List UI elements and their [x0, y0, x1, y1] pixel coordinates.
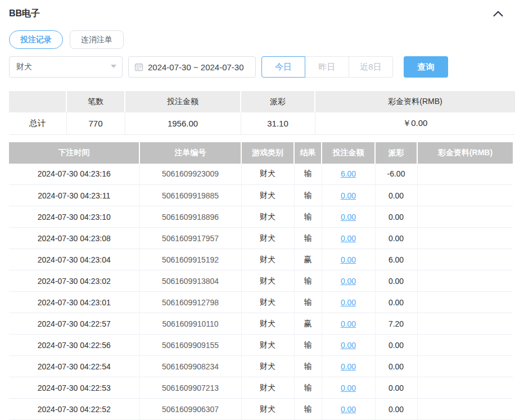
bet-amount-link[interactable]: 0.00 — [341, 405, 356, 414]
filter-bar: 财犬 2024-07-30 ~ 2024-07-30 今日 昨日 近8日 查询 — [0, 49, 515, 78]
summary-col-empty — [9, 91, 66, 112]
bonus-value — [417, 249, 513, 270]
total-payout: 31.10 — [241, 112, 315, 134]
summary-col-payout: 派彩 — [241, 91, 315, 112]
payout-value: 0.00 — [375, 356, 417, 377]
bet-amount-link[interactable]: 6.00 — [341, 169, 356, 178]
order-number: 5061609907213 — [139, 377, 241, 399]
table-row: 2024-07-30 04:23:025061609913804财犬输0.000… — [9, 270, 513, 292]
total-label: 总计 — [9, 112, 66, 134]
bet-amount-link[interactable]: 0.00 — [341, 191, 356, 200]
payout-value: 0.00 — [375, 270, 417, 292]
bonus-value — [417, 206, 513, 228]
date-range-picker[interactable]: 2024-07-30 ~ 2024-07-30 — [128, 56, 256, 78]
order-number: 5061609915192 — [139, 249, 241, 270]
game-type: 财犬 — [241, 399, 294, 420]
bonus-value — [417, 270, 513, 292]
bet-amount-link[interactable]: 0.00 — [341, 383, 356, 392]
summary-col-count: 笔数 — [66, 91, 125, 112]
order-number: 5061609910110 — [139, 313, 241, 335]
summary-header-row: 笔数 投注金额 派彩 彩金资料(RMB) — [9, 91, 515, 112]
col-bonus: 彩金资料(RMB) — [417, 142, 513, 164]
bet-amount-link[interactable]: 0.00 — [341, 277, 356, 286]
tab-bar: 投注记录 连消注单 — [0, 20, 515, 49]
payout-value: 0.00 — [375, 399, 417, 420]
table-row: 2024-07-30 04:23:105061609918896财犬输0.000… — [9, 206, 513, 228]
bonus-value — [417, 356, 513, 377]
game-type: 财犬 — [241, 313, 294, 335]
payout-value: 0.00 — [375, 228, 417, 249]
result: 输 — [294, 356, 322, 377]
payout-value: 7.20 — [375, 313, 417, 335]
bet-amount-link[interactable]: 0.00 — [341, 255, 356, 264]
records-table: 下注时间 注单编号 游戏类别 结果 投注金额 派彩 彩金资料(RMB) 2024… — [9, 142, 513, 420]
result: 输 — [294, 399, 322, 420]
payout-value: 0.00 — [375, 185, 417, 206]
order-number: 5061609906307 — [139, 399, 241, 420]
collapse-panel-button[interactable] — [493, 9, 504, 18]
quick-range-yesterday[interactable]: 昨日 — [305, 56, 349, 78]
bonus-value — [417, 313, 513, 335]
bonus-value — [417, 164, 513, 185]
game-select[interactable]: 财犬 — [9, 56, 123, 78]
table-row: 2024-07-30 04:22:545061609908234财犬输0.000… — [9, 356, 513, 377]
payout-value: -6.00 — [375, 164, 417, 185]
total-bonus: ￥0.00 — [315, 112, 515, 134]
game-type: 财犬 — [241, 270, 294, 292]
page-title: BB电子 — [9, 8, 40, 20]
bet-amount-link[interactable]: 0.00 — [341, 362, 356, 371]
bet-time: 2024-07-30 04:22:57 — [9, 313, 139, 335]
result: 输 — [294, 335, 322, 356]
payout-value: 0.00 — [375, 206, 417, 228]
game-select-value: 财犬 — [16, 62, 32, 72]
game-type: 财犬 — [241, 185, 294, 206]
payout-value: 6.00 — [375, 249, 417, 270]
bet-time: 2024-07-30 04:23:10 — [9, 206, 139, 228]
game-type: 财犬 — [241, 377, 294, 399]
calendar-icon — [134, 62, 143, 71]
tab-betting-records[interactable]: 投注记录 — [9, 30, 63, 49]
bet-time: 2024-07-30 04:23:02 — [9, 270, 139, 292]
table-row: 2024-07-30 04:23:015061609912798财犬输0.000… — [9, 292, 513, 313]
game-type: 财犬 — [241, 356, 294, 377]
bonus-value — [417, 399, 513, 420]
quick-range-today[interactable]: 今日 — [261, 56, 305, 78]
table-row: 2024-07-30 04:23:115061609919885财犬输0.000… — [9, 185, 513, 206]
col-result: 结果 — [294, 142, 322, 164]
bet-amount-link[interactable]: 0.00 — [341, 298, 356, 307]
bet-amount-link[interactable]: 0.00 — [341, 319, 356, 328]
bet-amount-link[interactable]: 0.00 — [341, 341, 356, 350]
result: 输 — [294, 270, 322, 292]
tab-cancelled-orders[interactable]: 连消注单 — [70, 30, 124, 49]
game-type: 财犬 — [241, 206, 294, 228]
quick-range-group: 今日 昨日 近8日 — [261, 56, 393, 78]
search-button[interactable]: 查询 — [404, 56, 448, 78]
payout-value: 0.00 — [375, 335, 417, 356]
order-number: 5061609923009 — [139, 164, 241, 185]
col-order-no: 注单编号 — [139, 142, 241, 164]
result: 输 — [294, 377, 322, 399]
bet-time: 2024-07-30 04:22:53 — [9, 377, 139, 399]
bet-time: 2024-07-30 04:23:16 — [9, 164, 139, 185]
game-type: 财犬 — [241, 228, 294, 249]
table-row: 2024-07-30 04:23:045061609915192财犬赢0.006… — [9, 249, 513, 270]
game-type: 财犬 — [241, 292, 294, 313]
quick-range-last8days[interactable]: 近8日 — [349, 56, 393, 78]
result: 输 — [294, 292, 322, 313]
bonus-value — [417, 377, 513, 399]
order-number: 5061609909155 — [139, 335, 241, 356]
result: 输 — [294, 206, 322, 228]
game-type: 财犬 — [241, 249, 294, 270]
bet-amount-link[interactable]: 0.00 — [341, 234, 356, 243]
order-number: 5061609913804 — [139, 270, 241, 292]
game-type: 财犬 — [241, 335, 294, 356]
bet-amount-link[interactable]: 0.00 — [341, 213, 356, 222]
bet-time: 2024-07-30 04:23:01 — [9, 292, 139, 313]
summary-col-bet-amount: 投注金额 — [125, 91, 241, 112]
order-number: 5061609908234 — [139, 356, 241, 377]
order-number: 5061609918896 — [139, 206, 241, 228]
result: 赢 — [294, 249, 322, 270]
total-bet-amount: 1956.00 — [125, 112, 241, 134]
chevron-up-icon — [493, 9, 504, 18]
chevron-down-icon — [111, 65, 116, 68]
